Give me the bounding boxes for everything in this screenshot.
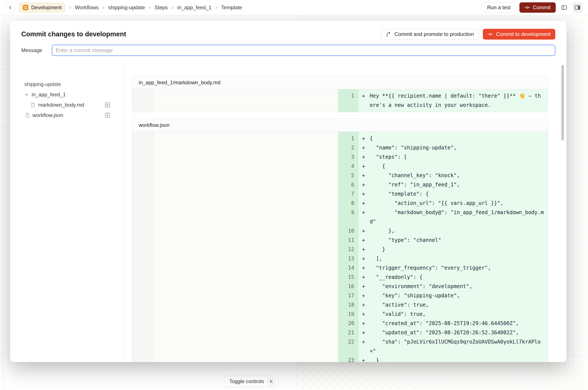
breadcrumb: › Workflows › shipping-update › Steps › …: [69, 4, 242, 11]
toggle-controls-label: Toggle controls: [229, 378, 264, 385]
diff-old-content: [154, 91, 338, 110]
diff-line-text: }: [370, 245, 544, 254]
diff-line-number: 6: [338, 180, 359, 190]
diff-old-content: [154, 263, 338, 273]
diff-line-text: {: [370, 134, 544, 143]
diff-old-content: [154, 208, 338, 226]
diff-added-sign: +: [362, 190, 370, 199]
diff-line: 13+ ],: [132, 254, 548, 263]
breadcrumb-separator: ›: [69, 4, 71, 11]
toggle-left-panel-button[interactable]: [559, 2, 569, 12]
toggle-right-panel-button[interactable]: [573, 2, 583, 12]
diff-line-number: 21: [338, 328, 359, 337]
breadcrumb-item-workflows[interactable]: Workflows: [75, 4, 99, 10]
back-button[interactable]: [5, 3, 15, 12]
tree-file-workflow-json[interactable]: workflow.json: [24, 110, 110, 120]
diff-body: 1+Hey **{{ recipient.name | default: "th…: [132, 89, 548, 112]
breadcrumb-separator: ›: [149, 4, 151, 11]
modal-actions: Commit and promote to production Commit …: [381, 29, 555, 40]
tree-file-label: markdown_body.md: [38, 102, 84, 108]
diff-old-content: [154, 226, 338, 236]
commit-button[interactable]: Commit: [519, 2, 556, 13]
tree-folder-label: in_app_feed_1: [32, 92, 66, 98]
diff-list: in_app_feed_1/markdown_body.md1+Hey **{{…: [132, 76, 548, 362]
diff-old-gutter: [132, 282, 154, 291]
toggle-controls-button[interactable]: Toggle controls K: [224, 376, 278, 387]
diff-old-content: [154, 273, 338, 282]
diff-old-content: [154, 199, 338, 208]
diff-old-content: [154, 291, 338, 300]
diff-line-text: "created_at": "2025-08-25T19:29:46.64450…: [370, 319, 544, 328]
scrollbar-thumb[interactable]: [561, 65, 564, 141]
diff-old-gutter: [132, 337, 154, 356]
changed-files-tree: shipping-update in_app_feed_1 markdown_b…: [10, 64, 124, 362]
diff-old-gutter: [132, 310, 154, 319]
diff-new-content: + "action_url": "{{ vars.app_url }}",: [359, 199, 548, 208]
breadcrumb-separator: ›: [172, 4, 173, 11]
commit-message-input[interactable]: [52, 45, 555, 56]
diff-line-number: 5: [338, 171, 359, 180]
top-bar: Development › Workflows › shipping-updat…: [0, 0, 588, 15]
diff-added-sign: +: [362, 263, 370, 273]
diff-line: 4+ {: [132, 162, 548, 171]
diff-line: 7+ "template": {: [132, 190, 548, 199]
diff-new-content: + "markdown_body@": "in_app_feed_1/markd…: [359, 208, 548, 226]
diff-new-content: + "trigger_frequency": "every_trigger",: [359, 263, 548, 273]
diff-line: 18+ "active": true,: [132, 300, 548, 310]
breadcrumb-item-workflow-key[interactable]: shipping-update: [108, 4, 145, 10]
tree-folder-in-app-feed[interactable]: in_app_feed_1: [24, 90, 110, 100]
diff-panel: in_app_feed_1/markdown_body.md1+Hey **{{…: [124, 64, 567, 362]
diff-line-text: "active": true,: [370, 300, 544, 310]
diff-line-number: 17: [338, 291, 359, 300]
diff-old-gutter: [132, 91, 154, 110]
diff-line-text: "template": {: [370, 190, 544, 199]
diff-old-content: [154, 356, 338, 362]
diff-line-text: Hey **{{ recipient.name | default: "ther…: [370, 91, 544, 110]
diff-added-sign: +: [362, 254, 370, 263]
diff-new-content: + "steps": [: [359, 152, 548, 162]
run-test-button[interactable]: Run a test: [482, 2, 516, 13]
diff-line-text: "action_url": "{{ vars.app_url }}",: [370, 199, 544, 208]
environment-switcher[interactable]: Development: [19, 2, 65, 12]
commit-to-development-button[interactable]: Commit to development: [483, 29, 555, 40]
diff-line-text: },: [370, 226, 544, 236]
diff-old-gutter: [132, 291, 154, 300]
diff-added-sign: +: [362, 319, 370, 328]
diff-line-number: 9: [338, 208, 359, 226]
diff-line-text: "sha": "pJeLVir6xIlUCMGqs9qroZoUAVDSwA0y…: [370, 337, 544, 356]
diff-old-content: [154, 143, 338, 152]
environment-name: Development: [31, 4, 61, 10]
tree-file-markdown-body[interactable]: markdown_body.md: [24, 100, 110, 110]
diff-added-sign: +: [362, 356, 370, 362]
scrollbar: [561, 65, 564, 358]
diff-old-gutter: [132, 236, 154, 245]
breadcrumb-item-step-ref[interactable]: in_app_feed_1: [177, 4, 212, 10]
diff-line: 1+{: [132, 134, 548, 143]
diff-line-text: {: [370, 162, 544, 171]
diff-added-sign: +: [362, 245, 370, 254]
plus-square-icon: [105, 112, 110, 118]
breadcrumb-item-steps[interactable]: Steps: [155, 4, 168, 10]
keyboard-shortcut-badge: K: [267, 378, 275, 385]
diff-line-text: "environment": "development",: [370, 282, 544, 291]
diff-new-content: +Hey **{{ recipient.name | default: "the…: [359, 91, 548, 110]
diff-line-text: "steps": [: [370, 152, 544, 162]
environment-icon: [23, 4, 29, 10]
diff-file-name: workflow.json: [132, 118, 548, 132]
diff-line-text: "markdown_body@": "in_app_feed_1/markdow…: [370, 208, 544, 226]
diff-old-gutter: [132, 263, 154, 273]
diff-line-number: 18: [338, 300, 359, 310]
diff-line-text: "type": "channel": [370, 236, 544, 245]
diff-line-number: 12: [338, 245, 359, 254]
commit-modal: Commit changes to development Commit and…: [10, 21, 567, 362]
plus-square-icon: [105, 102, 110, 108]
panel-right-icon: [574, 4, 581, 11]
diff-old-content: [154, 171, 338, 180]
chevron-left-icon: [7, 5, 13, 10]
diff-added-sign: +: [362, 134, 370, 143]
diff-spacer-row: [132, 89, 548, 91]
diff-new-content: + "channel_key": "knock",: [359, 171, 548, 180]
commit-and-promote-button[interactable]: Commit and promote to production: [381, 29, 479, 40]
diff-old-gutter: [132, 245, 154, 254]
breadcrumb-item-template[interactable]: Template: [221, 4, 242, 10]
